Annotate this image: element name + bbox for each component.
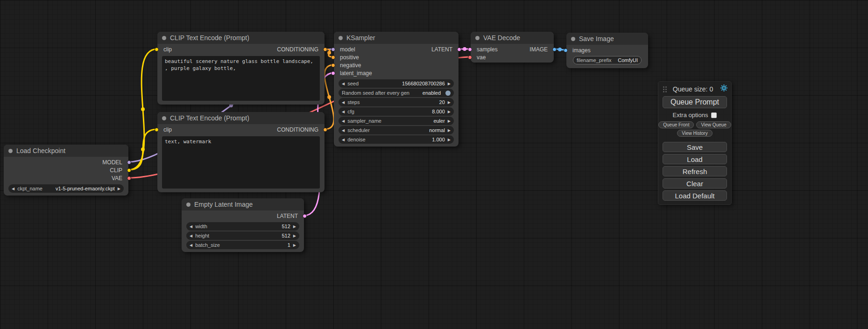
increment-icon[interactable]: ▶ <box>293 243 296 247</box>
collapse-dot-icon[interactable] <box>571 37 575 41</box>
widget-value: 20 <box>439 99 445 105</box>
node-title-bar[interactable]: Load Checkpoint <box>4 145 128 157</box>
increment-icon[interactable]: ▶ <box>448 110 451 114</box>
node-clip-text-encode-positive[interactable]: CLIP Text Encode (Prompt) clip CONDITION… <box>157 32 325 105</box>
next-value-icon[interactable]: ▶ <box>448 119 451 123</box>
view-history-button[interactable]: View History <box>677 130 712 137</box>
refresh-button[interactable]: Refresh <box>663 166 727 176</box>
load-default-button[interactable]: Load Default <box>663 190 727 201</box>
graph-canvas[interactable]: Load Checkpoint MODEL CLIP VAE ◀ ckpt_na… <box>0 0 868 329</box>
node-empty-latent-image[interactable]: Empty Latent Image LATENT ◀ width 512 ▶ … <box>182 198 304 252</box>
collapse-dot-icon[interactable] <box>162 116 166 120</box>
node-save-image[interactable]: Save Image images filename_prefix ComfyU… <box>566 33 648 68</box>
node-title-bar[interactable]: Empty Latent Image <box>182 198 304 210</box>
collapse-dot-icon[interactable] <box>162 36 166 40</box>
conditioning-output-slot[interactable] <box>323 47 327 51</box>
prev-value-icon[interactable]: ◀ <box>342 119 345 123</box>
widget-label: steps <box>347 99 360 105</box>
seed-widget[interactable]: ◀ seed 156680208700286 ▶ <box>339 79 454 88</box>
node-load-checkpoint[interactable]: Load Checkpoint MODEL CLIP VAE ◀ ckpt_na… <box>4 145 128 196</box>
increment-icon[interactable]: ▶ <box>448 82 451 86</box>
slot-label-images-in: images <box>572 47 591 54</box>
node-title-bar[interactable]: VAE Decode <box>471 32 554 44</box>
negative-input-slot[interactable] <box>331 63 335 67</box>
queue-size-label: Queue size: 0 <box>667 85 719 93</box>
decrement-icon[interactable]: ◀ <box>190 234 192 238</box>
save-button[interactable]: Save <box>663 142 727 152</box>
samples-input-slot[interactable] <box>468 47 472 51</box>
widget-label: batch_size <box>195 242 220 248</box>
collapse-dot-icon[interactable] <box>475 36 480 40</box>
model-output-slot[interactable] <box>127 160 131 164</box>
scheduler-widget[interactable]: ◀ scheduler normal ▶ <box>339 126 454 134</box>
increment-icon[interactable]: ▶ <box>448 100 451 105</box>
extra-options-checkbox[interactable] <box>711 112 717 118</box>
latent-output-slot[interactable] <box>457 47 461 51</box>
slot-label-samples-in: samples <box>477 46 498 53</box>
node-title-bar[interactable]: CLIP Text Encode (Prompt) <box>157 112 325 124</box>
view-queue-button[interactable]: View Queue <box>696 121 731 128</box>
collapse-dot-icon[interactable] <box>339 36 343 40</box>
widget-value: 156680208700286 <box>402 81 445 86</box>
widget-value: enabled <box>423 90 441 96</box>
width-widget[interactable]: ◀ width 512 ▶ <box>186 222 299 231</box>
node-title-bar[interactable]: KSampler <box>334 32 459 44</box>
widget-value: 1 <box>288 242 290 248</box>
steps-widget[interactable]: ◀ steps 20 ▶ <box>339 98 454 106</box>
widget-value: v1-5-pruned-emaonly.ckpt <box>56 186 115 191</box>
prev-value-icon[interactable]: ◀ <box>12 187 14 191</box>
drag-handle-icon[interactable] <box>663 86 664 88</box>
decrement-icon[interactable]: ◀ <box>190 224 192 229</box>
random-seed-toggle-widget[interactable]: Random seed after every gen enabled <box>339 89 454 97</box>
conditioning-output-slot[interactable] <box>323 127 327 132</box>
increment-icon[interactable]: ▶ <box>293 234 296 238</box>
height-widget[interactable]: ◀ height 512 ▶ <box>186 231 299 240</box>
positive-input-slot[interactable] <box>331 55 335 59</box>
model-input-slot[interactable] <box>331 47 335 51</box>
load-button[interactable]: Load <box>663 154 727 164</box>
prev-value-icon[interactable]: ◀ <box>342 128 345 133</box>
positive-prompt-textarea[interactable]: beautiful scenery nature glass bottle la… <box>162 56 320 101</box>
increment-icon[interactable]: ▶ <box>293 224 296 229</box>
vae-output-slot[interactable] <box>127 176 131 180</box>
queue-prompt-button[interactable]: Queue Prompt <box>663 96 727 108</box>
widget-value: normal <box>429 127 445 133</box>
decrement-icon[interactable]: ◀ <box>342 110 345 114</box>
sampler-name-widget[interactable]: ◀ sampler_name euler ▶ <box>339 117 454 125</box>
node-title-bar[interactable]: Save Image <box>566 33 648 45</box>
decrement-icon[interactable]: ◀ <box>190 243 192 247</box>
widget-value: 8.000 <box>432 109 445 114</box>
toggle-knob-icon[interactable] <box>445 91 451 96</box>
clip-output-slot[interactable] <box>127 168 131 172</box>
collapse-dot-icon[interactable] <box>186 203 191 207</box>
images-input-slot[interactable] <box>564 48 568 52</box>
increment-icon[interactable]: ▶ <box>448 138 451 142</box>
filename-prefix-widget[interactable]: filename_prefix ComfyUI <box>573 56 642 64</box>
node-clip-text-encode-negative[interactable]: CLIP Text Encode (Prompt) clip CONDITION… <box>157 112 325 192</box>
queue-front-button[interactable]: Queue Front <box>658 121 694 128</box>
ckpt-name-widget[interactable]: ◀ ckpt_name v1-5-pruned-emaonly.ckpt ▶ <box>8 184 124 193</box>
settings-gear-icon[interactable] <box>720 84 727 93</box>
decrement-icon[interactable]: ◀ <box>342 82 345 86</box>
cfg-widget[interactable]: ◀ cfg 8.000 ▶ <box>339 107 454 116</box>
node-title-bar[interactable]: CLIP Text Encode (Prompt) <box>157 32 325 44</box>
latent-output-slot[interactable] <box>303 214 307 218</box>
negative-prompt-textarea[interactable]: text, watermark <box>162 136 320 189</box>
link-midpoint-dot <box>327 95 331 99</box>
node-ksampler[interactable]: KSampler model LATENT positive negative … <box>334 32 459 147</box>
clip-input-slot[interactable] <box>155 127 159 132</box>
batch-size-widget[interactable]: ◀ batch_size 1 ▶ <box>186 241 299 249</box>
slot-label-vae-out: VAE <box>112 175 122 182</box>
clear-button[interactable]: Clear <box>663 178 727 189</box>
clip-input-slot[interactable] <box>155 47 159 51</box>
node-vae-decode[interactable]: VAE Decode samples IMAGE vae <box>471 32 554 63</box>
next-value-icon[interactable]: ▶ <box>118 187 120 191</box>
denoise-widget[interactable]: ◀ denoise 1.000 ▶ <box>339 135 454 144</box>
next-value-icon[interactable]: ▶ <box>448 128 451 133</box>
latent-image-input-slot[interactable] <box>331 71 335 75</box>
collapse-dot-icon[interactable] <box>8 149 13 153</box>
decrement-icon[interactable]: ◀ <box>342 138 345 142</box>
image-output-slot[interactable] <box>552 47 557 51</box>
decrement-icon[interactable]: ◀ <box>342 100 345 105</box>
vae-input-slot[interactable] <box>468 55 472 59</box>
